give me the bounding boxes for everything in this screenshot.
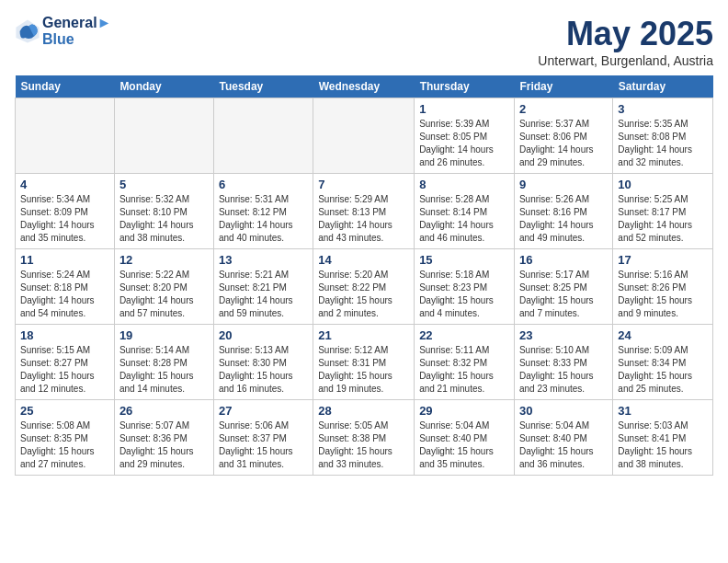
day-detail: Sunrise: 5:22 AM Sunset: 8:20 PM Dayligh… (119, 269, 209, 320)
day-cell: 6Sunrise: 5:31 AM Sunset: 8:12 PM Daylig… (213, 174, 313, 249)
day-cell: 21Sunrise: 5:12 AM Sunset: 8:31 PM Dayli… (313, 325, 415, 400)
day-cell: 18Sunrise: 5:15 AM Sunset: 8:27 PM Dayli… (16, 325, 115, 400)
weekday-header-monday: Monday (114, 75, 213, 98)
day-cell: 25Sunrise: 5:08 AM Sunset: 8:35 PM Dayli… (16, 400, 115, 476)
day-detail: Sunrise: 5:16 AM Sunset: 8:26 PM Dayligh… (618, 269, 708, 320)
day-number: 23 (519, 328, 608, 342)
day-number: 12 (119, 253, 209, 267)
calendar-table: SundayMondayTuesdayWednesdayThursdayFrid… (15, 75, 713, 476)
day-cell: 27Sunrise: 5:06 AM Sunset: 8:37 PM Dayli… (213, 400, 313, 476)
day-cell: 28Sunrise: 5:05 AM Sunset: 8:38 PM Dayli… (313, 400, 415, 476)
weekday-header-sunday: Sunday (16, 75, 115, 98)
day-detail: Sunrise: 5:24 AM Sunset: 8:18 PM Dayligh… (20, 269, 109, 320)
day-cell: 16Sunrise: 5:17 AM Sunset: 8:25 PM Dayli… (514, 249, 612, 325)
day-number: 26 (119, 404, 209, 418)
day-detail: Sunrise: 5:13 AM Sunset: 8:30 PM Dayligh… (219, 344, 308, 396)
week-row-4: 18Sunrise: 5:15 AM Sunset: 8:27 PM Dayli… (16, 325, 713, 400)
day-number: 29 (419, 404, 509, 418)
day-detail: Sunrise: 5:21 AM Sunset: 8:21 PM Dayligh… (219, 269, 308, 320)
day-number: 3 (618, 102, 708, 116)
day-number: 30 (519, 404, 608, 418)
day-cell: 11Sunrise: 5:24 AM Sunset: 8:18 PM Dayli… (16, 249, 115, 325)
title-block: May 2025 Unterwart, Burgenland, Austria (538, 15, 713, 68)
day-detail: Sunrise: 5:37 AM Sunset: 8:06 PM Dayligh… (519, 118, 608, 169)
day-cell: 7Sunrise: 5:29 AM Sunset: 8:13 PM Daylig… (313, 174, 415, 249)
day-cell: 29Sunrise: 5:04 AM Sunset: 8:40 PM Dayli… (415, 400, 515, 476)
day-detail: Sunrise: 5:14 AM Sunset: 8:28 PM Dayligh… (119, 344, 209, 396)
day-cell: 13Sunrise: 5:21 AM Sunset: 8:21 PM Dayli… (213, 249, 313, 325)
day-number: 8 (419, 178, 509, 191)
day-detail: Sunrise: 5:10 AM Sunset: 8:33 PM Dayligh… (519, 344, 608, 396)
day-number: 7 (318, 178, 409, 191)
day-cell: 14Sunrise: 5:20 AM Sunset: 8:22 PM Dayli… (313, 249, 415, 325)
week-row-2: 4Sunrise: 5:34 AM Sunset: 8:09 PM Daylig… (16, 174, 713, 249)
day-detail: Sunrise: 5:04 AM Sunset: 8:40 PM Dayligh… (419, 419, 509, 471)
day-cell: 23Sunrise: 5:10 AM Sunset: 8:33 PM Dayli… (514, 325, 612, 400)
day-number: 20 (219, 328, 308, 342)
day-number: 19 (119, 328, 209, 342)
week-row-3: 11Sunrise: 5:24 AM Sunset: 8:18 PM Dayli… (16, 249, 713, 325)
day-detail: Sunrise: 5:03 AM Sunset: 8:41 PM Dayligh… (618, 419, 708, 471)
day-cell: 26Sunrise: 5:07 AM Sunset: 8:36 PM Dayli… (114, 400, 213, 476)
logo: General► Blue (15, 15, 111, 48)
weekday-header-tuesday: Tuesday (213, 75, 313, 98)
day-number: 22 (419, 328, 509, 342)
day-number: 9 (519, 178, 608, 191)
day-cell: 9Sunrise: 5:26 AM Sunset: 8:16 PM Daylig… (514, 174, 612, 249)
day-number: 10 (618, 178, 708, 191)
day-detail: Sunrise: 5:06 AM Sunset: 8:37 PM Dayligh… (219, 419, 308, 471)
day-cell: 17Sunrise: 5:16 AM Sunset: 8:26 PM Dayli… (613, 249, 713, 325)
day-number: 5 (119, 178, 209, 191)
day-detail: Sunrise: 5:20 AM Sunset: 8:22 PM Dayligh… (318, 269, 409, 320)
weekday-header-wednesday: Wednesday (313, 75, 415, 98)
day-number: 4 (20, 178, 109, 191)
day-detail: Sunrise: 5:17 AM Sunset: 8:25 PM Dayligh… (519, 269, 608, 320)
day-cell (213, 98, 313, 174)
day-cell: 12Sunrise: 5:22 AM Sunset: 8:20 PM Dayli… (114, 249, 213, 325)
day-cell: 5Sunrise: 5:32 AM Sunset: 8:10 PM Daylig… (114, 174, 213, 249)
day-detail: Sunrise: 5:11 AM Sunset: 8:32 PM Dayligh… (419, 344, 509, 396)
day-detail: Sunrise: 5:32 AM Sunset: 8:10 PM Dayligh… (119, 193, 209, 245)
day-detail: Sunrise: 5:08 AM Sunset: 8:35 PM Dayligh… (20, 419, 109, 471)
day-cell: 10Sunrise: 5:25 AM Sunset: 8:17 PM Dayli… (613, 174, 713, 249)
day-number: 17 (618, 253, 708, 267)
day-cell: 1Sunrise: 5:39 AM Sunset: 8:05 PM Daylig… (415, 98, 515, 174)
day-detail: Sunrise: 5:31 AM Sunset: 8:12 PM Dayligh… (219, 193, 308, 245)
day-cell: 15Sunrise: 5:18 AM Sunset: 8:23 PM Dayli… (415, 249, 515, 325)
day-detail: Sunrise: 5:28 AM Sunset: 8:14 PM Dayligh… (419, 193, 509, 245)
page-header: General► Blue May 2025 Unterwart, Burgen… (15, 15, 713, 68)
day-cell: 22Sunrise: 5:11 AM Sunset: 8:32 PM Dayli… (415, 325, 515, 400)
day-number: 16 (519, 253, 608, 267)
day-detail: Sunrise: 5:05 AM Sunset: 8:38 PM Dayligh… (318, 419, 409, 471)
location-subtitle: Unterwart, Burgenland, Austria (538, 53, 713, 68)
logo-icon (15, 18, 40, 44)
day-number: 18 (20, 328, 109, 342)
day-number: 13 (219, 253, 308, 267)
day-detail: Sunrise: 5:34 AM Sunset: 8:09 PM Dayligh… (20, 193, 109, 245)
day-cell: 30Sunrise: 5:04 AM Sunset: 8:40 PM Dayli… (514, 400, 612, 476)
day-detail: Sunrise: 5:04 AM Sunset: 8:40 PM Dayligh… (519, 419, 608, 471)
day-detail: Sunrise: 5:07 AM Sunset: 8:36 PM Dayligh… (119, 419, 209, 471)
week-row-5: 25Sunrise: 5:08 AM Sunset: 8:35 PM Dayli… (16, 400, 713, 476)
day-number: 28 (318, 404, 409, 418)
day-number: 27 (219, 404, 308, 418)
day-detail: Sunrise: 5:09 AM Sunset: 8:34 PM Dayligh… (618, 344, 708, 396)
weekday-header-row: SundayMondayTuesdayWednesdayThursdayFrid… (16, 75, 713, 98)
day-detail: Sunrise: 5:35 AM Sunset: 8:08 PM Dayligh… (618, 118, 708, 169)
day-number: 21 (318, 328, 409, 342)
day-cell: 24Sunrise: 5:09 AM Sunset: 8:34 PM Dayli… (613, 325, 713, 400)
day-detail: Sunrise: 5:18 AM Sunset: 8:23 PM Dayligh… (419, 269, 509, 320)
day-cell: 8Sunrise: 5:28 AM Sunset: 8:14 PM Daylig… (415, 174, 515, 249)
day-number: 24 (618, 328, 708, 342)
weekday-header-saturday: Saturday (613, 75, 713, 98)
day-number: 31 (618, 404, 708, 418)
week-row-1: 1Sunrise: 5:39 AM Sunset: 8:05 PM Daylig… (16, 98, 713, 174)
day-cell: 31Sunrise: 5:03 AM Sunset: 8:41 PM Dayli… (613, 400, 713, 476)
weekday-header-friday: Friday (514, 75, 612, 98)
day-cell (114, 98, 213, 174)
day-number: 11 (20, 253, 109, 267)
day-detail: Sunrise: 5:15 AM Sunset: 8:27 PM Dayligh… (20, 344, 109, 396)
day-number: 25 (20, 404, 109, 418)
day-number: 14 (318, 253, 409, 267)
day-detail: Sunrise: 5:29 AM Sunset: 8:13 PM Dayligh… (318, 193, 409, 245)
